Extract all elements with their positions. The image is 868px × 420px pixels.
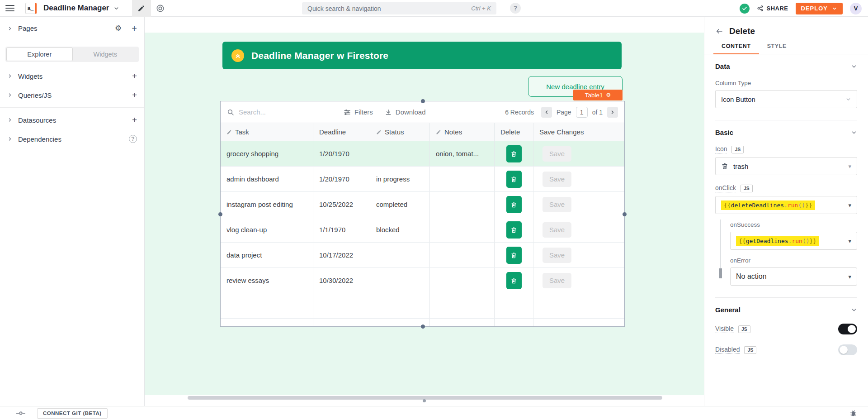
chevron-down-icon[interactable] [851,129,857,136]
help-icon[interactable]: ? [129,135,137,143]
next-page-button[interactable] [607,107,618,118]
onclick-action-select[interactable]: {{deleteDeadlines.run()}} ▾ [715,196,857,214]
resize-handle-right[interactable] [623,212,627,216]
table-search[interactable] [227,108,344,116]
cell-deadline[interactable]: 10/17/2022 [313,243,370,267]
icon-select[interactable]: trash ▾ [715,157,857,175]
cell-status[interactable] [370,243,430,267]
cell-notes[interactable] [430,268,495,293]
widget-name-badge[interactable]: Table1 ⚙ [573,90,623,100]
resize-handle-bottom[interactable] [421,325,425,329]
onerror-action-select[interactable]: No action ▾ [730,267,857,286]
cell-status[interactable]: completed [370,192,430,217]
column-header-delete[interactable]: Delete [495,123,533,141]
table-row[interactable]: vlog clean-up1/1/1970blockedSave [221,217,624,243]
table-row[interactable]: data project10/17/2022Save [221,243,624,268]
debug-bug-icon[interactable] [849,410,857,417]
download-button[interactable]: Download [385,108,426,116]
filters-button[interactable]: Filters [344,108,373,116]
quick-search-input[interactable] [307,5,467,12]
deploy-button[interactable]: DEPLOY [796,3,843,14]
table-row[interactable]: admin dashboard1/20/1970in progressSave [221,167,624,192]
tab-explorer[interactable]: Explorer [6,48,73,61]
cell-notes[interactable] [430,192,495,217]
delete-row-button[interactable] [506,272,522,289]
onclick-js-toggle[interactable]: JS [741,185,753,192]
add-button[interactable]: + [132,71,137,81]
pages-header[interactable]: Pages ⚙ + [0,17,144,40]
data-section-header[interactable]: Data [715,62,857,70]
sidebar-item-widgets[interactable]: Widgets+ [0,67,144,86]
app-title[interactable]: Deadline Manager [43,4,109,13]
column-header-status[interactable]: Status [370,123,430,141]
save-row-button[interactable]: Save [542,248,571,263]
cell-notes[interactable] [430,167,495,191]
avatar[interactable]: V [850,3,862,14]
cell-notes[interactable]: onion, tomat... [430,141,495,166]
cell-deadline[interactable]: 10/30/2022 [313,268,370,293]
cell-task[interactable]: grocery shopping [221,141,313,166]
column-header-deadline[interactable]: Deadline [313,123,370,141]
sidebar-item-datasources[interactable]: Datasources+ [0,110,144,129]
general-section-header[interactable]: General [715,306,857,314]
resize-handle-left[interactable] [218,212,222,216]
cell-deadline[interactable]: 1/20/1970 [313,167,370,191]
delete-row-button[interactable] [506,196,522,213]
cell-task[interactable]: data project [221,243,313,267]
disabled-js-toggle[interactable]: JS [744,346,756,354]
icon-js-toggle[interactable]: JS [731,146,744,153]
cell-deadline[interactable]: 10/25/2022 [313,192,370,217]
save-row-button[interactable]: Save [542,273,571,288]
add-button[interactable]: + [132,115,137,125]
chevron-down-icon[interactable] [851,63,857,70]
table-widget[interactable]: Filters Download 6 Records Page of 1 [220,101,625,327]
save-row-button[interactable]: Save [542,222,571,238]
save-row-button[interactable]: Save [542,197,571,212]
pages-settings-gear-icon[interactable]: ⚙ [115,24,122,32]
cell-deadline[interactable]: 1/1/1970 [313,217,370,242]
cell-status[interactable]: blocked [370,217,430,242]
table-row[interactable]: instagram post editing10/25/2022complete… [221,192,624,217]
chevron-down-icon[interactable] [113,5,119,11]
add-button[interactable]: + [132,90,137,100]
chevron-right-icon[interactable] [7,26,13,31]
cell-task[interactable]: vlog clean-up [221,217,313,242]
save-row-button[interactable]: Save [542,146,571,162]
sidebar-item-queries-js[interactable]: Queries/JS+ [0,86,144,105]
column-header-notes[interactable]: Notes [430,123,495,141]
tab-widgets[interactable]: Widgets [73,48,138,61]
table-row[interactable]: review essays10/30/2022Save [221,268,624,293]
sidebar-item-dependencies[interactable]: Dependencies? [0,129,144,148]
resize-handle-top[interactable] [421,99,425,103]
prev-page-button[interactable] [541,107,552,118]
column-header-task[interactable]: Task [221,123,313,141]
visible-toggle[interactable] [838,324,857,334]
view-mode-button[interactable] [151,0,170,17]
save-row-button[interactable]: Save [542,172,571,187]
table-row[interactable]: grocery shopping1/20/1970onion, tomat...… [221,141,624,167]
chevron-right-icon[interactable] [7,136,13,142]
onsuccess-action-select[interactable]: {{getDeadlines.run()}} ▾ [730,232,857,250]
basic-section-header[interactable]: Basic [715,129,857,136]
page-number-input[interactable] [576,107,588,118]
table-search-input[interactable] [239,108,316,116]
back-arrow-icon[interactable] [715,27,723,35]
chevron-right-icon[interactable] [7,92,13,98]
cell-status[interactable] [370,141,430,166]
delete-row-button[interactable] [506,221,522,239]
canvas-resize-dot[interactable] [423,399,426,402]
cell-notes[interactable] [430,243,495,267]
edit-mode-button[interactable] [132,0,151,17]
tab-style[interactable]: STYLE [759,43,795,54]
widget-settings-gear-icon[interactable]: ⚙ [606,92,611,98]
cell-notes[interactable] [430,217,495,242]
cell-task[interactable]: instagram post editing [221,192,313,217]
visible-js-toggle[interactable]: JS [738,325,750,333]
cell-task[interactable]: admin dashboard [221,167,313,191]
column-type-select[interactable]: Icon Button [715,90,857,108]
connect-git-button[interactable]: CONNECT GIT (BETA) [37,408,108,419]
help-button[interactable]: ? [510,3,521,14]
cell-status[interactable]: in progress [370,167,430,191]
share-button[interactable]: SHARE [757,5,788,12]
chevron-down-icon[interactable] [851,307,857,313]
